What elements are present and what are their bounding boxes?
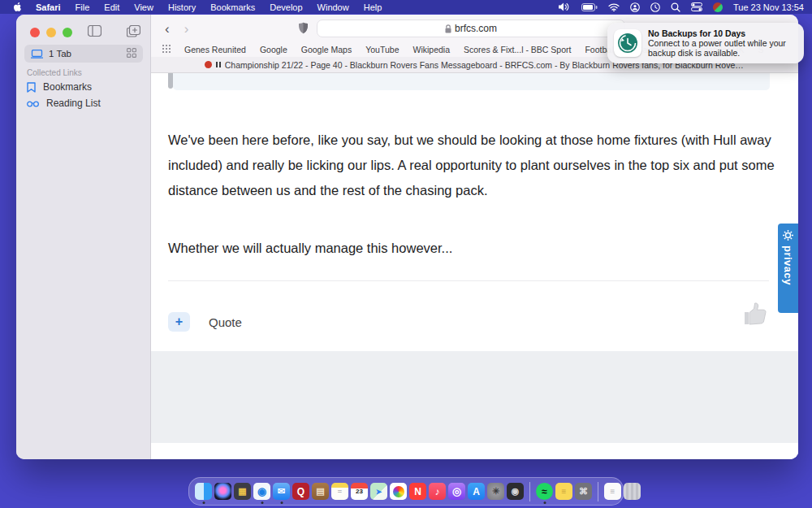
favorites-item[interactable]: Genes Reunited <box>184 45 246 54</box>
post-divider <box>168 280 769 281</box>
menu-bar-status: Tue 23 Nov 13:54 <box>559 2 804 12</box>
dock-spotify-icon[interactable]: ≈ <box>536 480 553 503</box>
forward-button[interactable]: › <box>177 22 197 36</box>
wifi-icon[interactable] <box>608 3 620 11</box>
minimize-window-button[interactable] <box>46 28 56 37</box>
dock-news-icon[interactable]: N <box>409 480 426 503</box>
dock-music-icon[interactable]: ♪ <box>429 480 446 503</box>
notification-title: No Backups for 10 Days <box>648 28 797 38</box>
quote-button[interactable]: Quote <box>209 315 242 329</box>
sidebar-item-label: Bookmarks <box>43 81 92 93</box>
gear-icon <box>783 230 793 241</box>
dock-quicken-icon[interactable]: Q <box>292 480 309 503</box>
control-center-icon[interactable] <box>691 2 702 11</box>
sidebar-item-tabs[interactable]: 1 Tab <box>24 45 143 63</box>
menu-item-window[interactable]: Window <box>310 2 356 12</box>
sidebar-item-bookmarks[interactable]: Bookmarks <box>27 81 92 93</box>
dock-app-store-icon[interactable]: A <box>468 480 485 503</box>
post-paragraph: Whether we will actually manage this how… <box>168 236 784 261</box>
dock-notes-icon[interactable]: = <box>331 480 348 503</box>
dock-file-document-icon[interactable]: ≡ <box>604 480 621 503</box>
dock-trash-icon[interactable] <box>624 480 641 503</box>
menu-bar: SafariFileEditViewHistoryBookmarksDevelo… <box>0 0 812 14</box>
back-button[interactable]: ‹ <box>158 22 177 36</box>
dock-contacts-icon[interactable]: ▤ <box>312 480 329 503</box>
favorites-grid-icon[interactable] <box>162 45 171 54</box>
url-text: brfcs.com <box>455 23 497 34</box>
tab-count-label: 1 Tab <box>49 49 71 59</box>
favorites-item[interactable]: Google Maps <box>301 45 352 54</box>
lock-icon <box>445 24 451 33</box>
privacy-report-shield-icon[interactable] <box>298 22 309 37</box>
dock-photos-icon[interactable] <box>390 480 407 503</box>
menu-item-history[interactable]: History <box>161 2 203 12</box>
page-content: We've been here before, like you say, bu… <box>151 73 798 459</box>
favorites-item[interactable]: Google <box>260 45 287 54</box>
site-favicon <box>205 61 212 68</box>
new-tab-group-icon[interactable] <box>127 25 140 41</box>
dock-utility-app-icon[interactable]: ⌘ <box>575 480 592 503</box>
toggle-sidebar-icon[interactable] <box>88 25 102 40</box>
sidebar-section-label: Collected Links <box>27 68 82 77</box>
time-machine-icon <box>614 29 641 57</box>
glasses-icon <box>27 99 39 107</box>
apple-menu-icon[interactable] <box>13 2 22 12</box>
page-footer-band: « PREV Page 40 of 40 NEXT » <box>151 351 798 443</box>
thumbs-up-reaction-icon[interactable] <box>741 299 768 332</box>
app-status-icon[interactable] <box>713 2 723 12</box>
menu-item-help[interactable]: Help <box>356 2 390 12</box>
post-actions: + Quote <box>168 312 242 332</box>
privacy-settings-tab[interactable]: privacy <box>778 224 798 313</box>
menu-item-develop[interactable]: Develop <box>262 2 309 12</box>
dock: ▦◉✉Q▤=23➤N♪◎A✳◉≈≡⌘≡ <box>188 477 624 506</box>
menu-item-view[interactable]: View <box>127 2 161 12</box>
notification-text: No Backups for 10 Days Connect to a powe… <box>648 28 797 59</box>
dock-podcasts-icon[interactable]: ◎ <box>448 480 465 503</box>
post-paragraph: We've been here before, like you say, bu… <box>168 128 784 203</box>
user-account-icon[interactable] <box>630 2 640 12</box>
address-bar[interactable]: brfcs.com <box>317 20 625 37</box>
close-window-button[interactable] <box>30 28 40 37</box>
favorites-item[interactable]: Scores & Fixt...l - BBC Sport <box>464 45 571 54</box>
browser-main: ‹ › brfcs.com Genes ReunitedGoogleGoogle… <box>151 15 798 459</box>
dock-launchpad-icon[interactable]: ▦ <box>234 480 251 503</box>
desktop: SafariFileEditViewHistoryBookmarksDevelo… <box>0 0 812 508</box>
favorites-item[interactable]: YouTube <box>365 45 399 54</box>
multiquote-button[interactable]: + <box>168 312 190 332</box>
menu-item-file[interactable]: File <box>68 2 97 12</box>
dock-safari-icon[interactable]: ◉ <box>253 480 270 503</box>
dock-calendar-icon[interactable]: 23 <box>351 480 368 503</box>
bookmark-icon <box>27 82 36 93</box>
dock-mail-icon[interactable]: ✉ <box>273 480 290 503</box>
spotlight-search-icon[interactable] <box>671 2 680 12</box>
time-machine-menu-icon[interactable] <box>650 2 660 12</box>
dock-maps-icon[interactable]: ➤ <box>370 480 387 503</box>
running-indicator-dot <box>543 501 546 504</box>
menu-items: SafariFileEditViewHistoryBookmarksDevelo… <box>28 2 389 12</box>
menu-item-bookmarks[interactable]: Bookmarks <box>203 2 262 12</box>
volume-icon[interactable] <box>559 2 571 11</box>
privacy-tab-label: privacy <box>782 245 794 285</box>
battery-icon[interactable] <box>581 3 598 11</box>
content-bottom-strip <box>151 443 798 459</box>
zoom-window-button[interactable] <box>63 28 72 37</box>
dock-siri-icon[interactable] <box>214 480 231 503</box>
menu-item-edit[interactable]: Edit <box>97 2 127 12</box>
safari-window: 1 Tab Collected Links Bookmarks Reading … <box>16 15 798 459</box>
tab-audio-icon[interactable] <box>216 62 221 67</box>
safari-sidebar: 1 Tab Collected Links Bookmarks Reading … <box>16 15 151 459</box>
menu-item-safari[interactable]: Safari <box>28 2 68 12</box>
window-controls <box>30 28 72 37</box>
dock-system-preferences-icon[interactable]: ✳ <box>487 480 504 503</box>
sidebar-item-label: Reading List <box>46 98 101 109</box>
favorites-item[interactable]: Wikipedia <box>412 45 450 54</box>
dock-photo-booth-icon[interactable]: ◉ <box>507 480 524 503</box>
dock-finder-icon[interactable] <box>195 480 212 503</box>
tab-overview-icon[interactable] <box>127 46 136 61</box>
tabs-icon <box>31 50 43 59</box>
dock-stickies-icon[interactable]: ≡ <box>555 480 572 503</box>
menu-bar-clock[interactable]: Tue 23 Nov 13:54 <box>733 2 804 12</box>
time-machine-notification[interactable]: No Backups for 10 Days Connect to a powe… <box>607 23 804 63</box>
sidebar-item-reading-list[interactable]: Reading List <box>27 98 101 109</box>
quote-block-remnant <box>173 73 770 90</box>
